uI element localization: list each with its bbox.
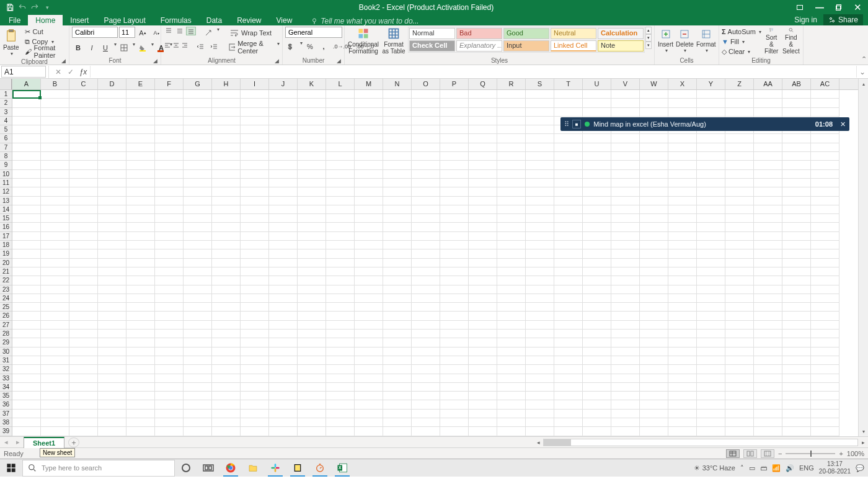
cell[interactable] <box>269 356 298 365</box>
cell[interactable] <box>640 241 668 249</box>
style-bad[interactable]: Bad <box>456 28 502 39</box>
cell[interactable] <box>383 108 412 117</box>
column-header[interactable]: F <box>155 79 184 89</box>
cell[interactable] <box>212 259 241 267</box>
taskbar-notes-icon[interactable] <box>286 459 309 477</box>
cell[interactable] <box>725 161 754 169</box>
cell[interactable] <box>583 276 611 285</box>
cell[interactable] <box>497 259 526 267</box>
cell[interactable] <box>412 276 440 285</box>
cell[interactable] <box>782 179 811 187</box>
cell[interactable] <box>383 117 412 125</box>
column-header[interactable]: W <box>640 79 668 89</box>
cell[interactable] <box>811 418 839 427</box>
cell[interactable] <box>355 134 383 143</box>
cell[interactable] <box>155 134 184 143</box>
cell[interactable] <box>326 161 355 169</box>
cell[interactable] <box>697 99 725 107</box>
cell[interactable] <box>697 179 725 187</box>
cell[interactable] <box>184 241 212 249</box>
cell[interactable] <box>697 161 725 169</box>
cell[interactable] <box>241 125 269 134</box>
cell[interactable] <box>326 223 355 231</box>
cell[interactable] <box>155 383 184 392</box>
cell[interactable] <box>554 99 583 107</box>
cell[interactable] <box>811 356 839 365</box>
cell[interactable] <box>640 232 668 241</box>
cell[interactable] <box>725 143 754 152</box>
cell[interactable] <box>811 161 839 169</box>
style-check-cell[interactable]: Check Cell <box>409 40 455 52</box>
cell[interactable] <box>583 99 611 107</box>
cell[interactable] <box>355 117 383 125</box>
cell[interactable] <box>412 365 440 374</box>
cell[interactable] <box>269 418 298 427</box>
cell[interactable] <box>383 330 412 338</box>
cell[interactable] <box>497 223 526 231</box>
cell[interactable] <box>583 90 611 99</box>
cell[interactable] <box>440 161 469 169</box>
cell[interactable] <box>697 232 725 241</box>
cell[interactable] <box>41 90 69 99</box>
cell[interactable] <box>554 312 583 320</box>
cell[interactable] <box>668 232 697 241</box>
cell[interactable] <box>98 348 126 356</box>
cell[interactable] <box>355 383 383 392</box>
cell[interactable] <box>811 400 839 409</box>
cell[interactable] <box>298 232 326 241</box>
cell[interactable] <box>269 427 298 436</box>
scroll-up-icon[interactable]: ▴ <box>859 79 868 89</box>
cell[interactable] <box>440 197 469 205</box>
orientation-button[interactable] <box>202 27 215 39</box>
cell[interactable] <box>326 214 355 223</box>
cell[interactable] <box>12 241 41 249</box>
cell[interactable] <box>355 392 383 400</box>
increase-font-icon[interactable]: A▴ <box>136 27 149 39</box>
cell[interactable] <box>269 330 298 338</box>
cell[interactable] <box>126 276 155 285</box>
cell[interactable] <box>355 241 383 249</box>
cell[interactable] <box>12 187 41 196</box>
cell[interactable] <box>611 348 640 356</box>
cell[interactable] <box>41 400 69 409</box>
cell[interactable] <box>811 241 839 249</box>
cell[interactable] <box>126 223 155 231</box>
cell[interactable] <box>298 427 326 436</box>
cell[interactable] <box>469 108 497 117</box>
cell[interactable] <box>440 365 469 374</box>
cell[interactable] <box>212 312 241 320</box>
cell[interactable] <box>326 117 355 125</box>
cell[interactable] <box>554 223 583 231</box>
cell[interactable] <box>155 392 184 400</box>
cell[interactable] <box>241 374 269 383</box>
cell[interactable] <box>241 205 269 214</box>
cell[interactable] <box>782 205 811 214</box>
cell[interactable] <box>12 356 41 365</box>
cell[interactable] <box>412 348 440 356</box>
cell[interactable] <box>611 170 640 179</box>
signin-link[interactable]: Sign in <box>794 16 817 24</box>
cell[interactable] <box>697 400 725 409</box>
cell[interactable] <box>69 143 98 152</box>
cell[interactable] <box>269 143 298 152</box>
cell[interactable] <box>725 321 754 330</box>
cell[interactable] <box>212 152 241 161</box>
cell[interactable] <box>298 125 326 134</box>
cell[interactable] <box>155 410 184 418</box>
cell[interactable] <box>98 312 126 320</box>
cell[interactable] <box>440 232 469 241</box>
cell[interactable] <box>697 285 725 294</box>
view-page-layout-button[interactable] <box>743 449 757 458</box>
cell[interactable] <box>583 321 611 330</box>
cell[interactable] <box>41 348 69 356</box>
cell[interactable] <box>298 348 326 356</box>
cell[interactable] <box>298 108 326 117</box>
cell[interactable] <box>811 232 839 241</box>
cell[interactable] <box>554 392 583 400</box>
cell[interactable] <box>782 214 811 223</box>
column-header[interactable]: AA <box>754 79 782 89</box>
cell[interactable] <box>241 285 269 294</box>
cell[interactable] <box>754 330 782 338</box>
cell[interactable] <box>298 249 326 258</box>
cell[interactable] <box>212 249 241 258</box>
